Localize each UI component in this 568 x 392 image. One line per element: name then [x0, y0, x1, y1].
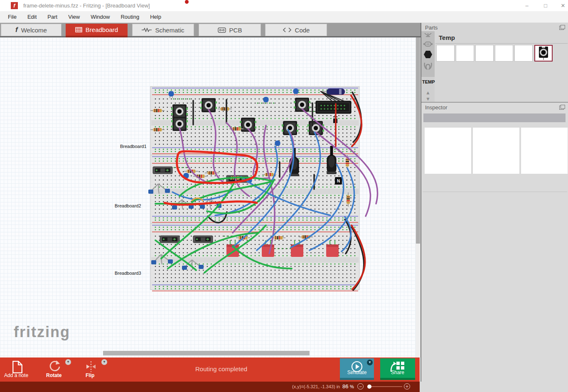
inspector-preview-box [473, 128, 519, 174]
parts-bin-swatch[interactable] [436, 45, 455, 62]
status-bar: (x,y)=(-5.321, -1.343) in 86 % − + [0, 382, 420, 392]
tab-breadboard-label: Breadboard [86, 26, 118, 33]
tab-schematic-label: Schematic [155, 27, 184, 34]
parts-panel-title: Parts [425, 25, 438, 31]
tab-welcome-label: Welcome [21, 27, 47, 34]
breadboard-canvas[interactable]: N [0, 37, 420, 357]
tab-pcb-label: PCB [229, 27, 242, 34]
menu-view[interactable]: View [63, 11, 85, 23]
breadboard-grid-icon [75, 27, 82, 32]
breadboard3-label: Breadboard3 [115, 271, 141, 276]
menu-file[interactable]: File [2, 11, 22, 23]
zoom-percent: 86 % [342, 383, 354, 390]
tab-schematic[interactable]: Schematic [132, 24, 194, 36]
float-window-icon[interactable] [559, 26, 564, 30]
bottom-toolbar: Add a note ▼ Rotate ▼ Flip Routing compl… [0, 357, 420, 382]
add-note-button[interactable]: Add a note [4, 372, 28, 378]
inspector-preview-box [521, 128, 568, 174]
tab-code-label: Code [295, 27, 310, 34]
cursor-coordinates: (x,y)=(-5.321, -1.343) in [292, 384, 340, 389]
share-button[interactable]: Share [380, 358, 415, 380]
parts-bin-swatch[interactable] [475, 45, 494, 62]
menu-routing[interactable]: Routing [115, 11, 145, 23]
horizontal-scrollbar[interactable] [103, 351, 310, 355]
waveform-icon [142, 28, 152, 32]
fritzing-app-icon: f [11, 2, 18, 9]
zoom-slider-track[interactable] [367, 386, 402, 387]
simulate-dropdown-icon[interactable]: ▼ [367, 360, 373, 365]
inspector-divider [423, 192, 567, 192]
bin-title-rule [435, 43, 568, 44]
flip-icon[interactable] [84, 361, 98, 372]
rotate-button[interactable]: Rotate [46, 372, 61, 378]
inspector-panel-title: Inspector [425, 104, 447, 111]
zoom-in-icon[interactable]: + [404, 383, 410, 390]
title-bar: f frame-delete-minus.fzz - Fritzing - [B… [0, 0, 568, 12]
parts-bin-swatch[interactable] [495, 45, 513, 62]
fritzing-f-icon: f [15, 26, 18, 34]
right-panel-bottom [420, 382, 568, 392]
flip-button[interactable]: Flip [86, 372, 94, 378]
pcb-icon [218, 27, 226, 33]
close-button[interactable]: ✕ [554, 0, 568, 11]
robot-icon[interactable] [423, 41, 433, 47]
code-icon [283, 27, 292, 32]
maximize-button[interactable]: □ [536, 0, 555, 11]
float-window-icon[interactable] [559, 106, 564, 110]
tab-pcb[interactable]: PCB [199, 24, 261, 36]
bin-tab-temp[interactable]: TEMP [422, 79, 435, 84]
bin-title: Temp [439, 34, 455, 41]
breadboard1-label: Breadboard1 [120, 144, 147, 149]
menu-part[interactable]: Part [42, 11, 63, 23]
window-title: frame-delete-minus.fzz - Fritzing - [Bre… [23, 2, 150, 9]
right-panel: Parts TEMP ▲ ▼ Temp [420, 23, 568, 392]
inspector-title-bar [423, 113, 566, 122]
share-label: Share [380, 370, 415, 375]
parts-bin-swatch[interactable] [514, 45, 533, 62]
red-dot-indicator [185, 0, 189, 4]
zoom-slider-handle[interactable] [367, 385, 371, 389]
vertical-scrollbar-thumb[interactable] [416, 37, 420, 244]
svg-text:N: N [337, 179, 340, 183]
flip-dropdown-icon[interactable]: ▼ [101, 359, 107, 365]
inspector-preview-box [425, 128, 471, 174]
zoom-out-icon[interactable]: − [357, 383, 364, 390]
simulate-label: Simulate [340, 370, 374, 375]
parts-bin-swatch-selected[interactable] [534, 45, 553, 62]
bin-scroll-down-arrow[interactable]: ▼ [424, 96, 432, 101]
tab-breadboard[interactable]: Breadboard [66, 24, 128, 37]
bin-scroll-up-arrow[interactable]: ▲ [424, 90, 432, 95]
menu-edit[interactable]: Edit [22, 11, 42, 23]
add-note-icon[interactable] [12, 361, 23, 373]
parts-bin-swatch[interactable] [456, 45, 474, 62]
parts-bin-icon-strip [421, 31, 435, 77]
omega-icon[interactable] [423, 62, 433, 70]
minimize-button[interactable]: – [518, 0, 536, 11]
rotate-dropdown-icon[interactable]: ▼ [65, 359, 71, 365]
menu-help[interactable]: Help [145, 11, 167, 23]
tab-code[interactable]: Code [265, 24, 327, 36]
mast-icon[interactable] [424, 32, 432, 38]
menu-bar: File Edit Part View Window Routing Help [0, 11, 568, 23]
trimmer-pot-thumbnail [535, 46, 552, 61]
rotate-icon[interactable] [48, 360, 61, 372]
fritzing-window: f frame-delete-minus.fzz - Fritzing - [B… [0, 0, 568, 392]
inspector-panel: Inspector [421, 103, 568, 392]
routing-status-message: Routing completed [195, 365, 247, 372]
fritzing-watermark: fritzing [14, 323, 70, 341]
breadboard2-label: Breadboard2 [115, 203, 141, 208]
menu-window[interactable]: Window [85, 11, 115, 23]
simulate-button[interactable]: ▼ Simulate [340, 358, 374, 380]
hexagon-icon[interactable] [423, 50, 433, 59]
tab-welcome[interactable]: f Welcome [1, 24, 61, 36]
